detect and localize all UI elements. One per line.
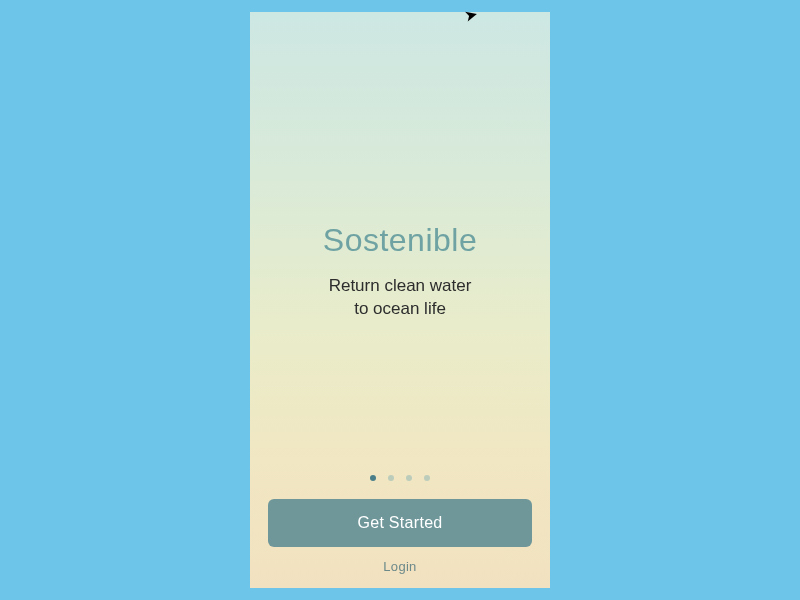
brand-title: Sostenible: [323, 222, 477, 259]
page-indicator[interactable]: [370, 475, 430, 481]
page-dot-2[interactable]: [388, 475, 394, 481]
tagline-line-1: Return clean water: [329, 276, 472, 295]
onboarding-screen: Sostenible Return clean water to ocean l…: [250, 12, 550, 588]
hero-copy: Sostenible Return clean water to ocean l…: [323, 222, 477, 321]
get-started-button[interactable]: Get Started: [268, 499, 532, 547]
page-dot-4[interactable]: [424, 475, 430, 481]
login-link[interactable]: Login: [383, 559, 416, 574]
tagline-line-2: to ocean life: [354, 299, 446, 318]
page-dot-3[interactable]: [406, 475, 412, 481]
tagline: Return clean water to ocean life: [323, 275, 477, 321]
page-dot-1[interactable]: [370, 475, 376, 481]
